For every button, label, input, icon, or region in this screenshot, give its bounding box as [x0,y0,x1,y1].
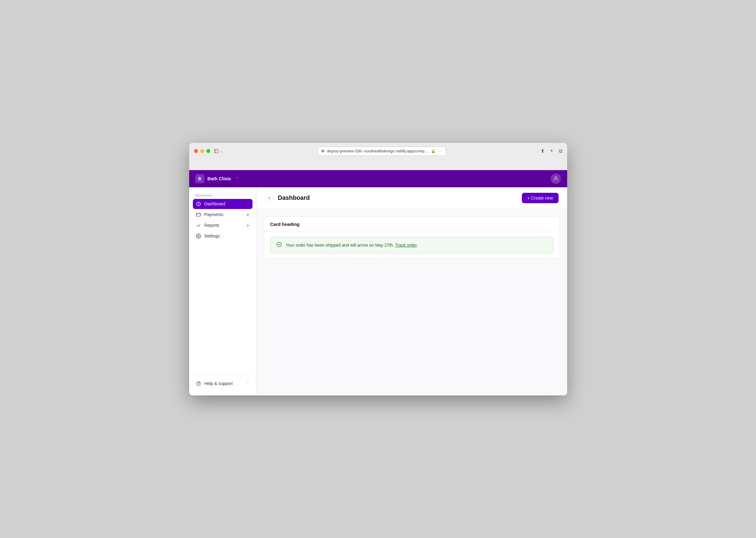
svg-point-2 [555,177,557,179]
main-header-left: Dashboard [265,194,310,202]
banner-text-before: Your order has been shipped and will arr… [286,243,395,247]
user-avatar-btn[interactable] [551,174,561,184]
collapse-sidebar-btn[interactable] [265,194,274,202]
payments-chevron-icon: ▶ [247,213,249,217]
main-content: Dashboard + Create new Card heading [256,187,567,396]
new-tab-icon[interactable]: + [550,148,553,154]
sidebar-item-payments[interactable]: Payments ▶ [193,210,252,220]
browser-tab-bar [194,159,562,170]
sidebar-item-help[interactable]: Help & support ⌃ [193,379,252,389]
app-body: Workspace Dashboard [189,187,567,396]
fullscreen-traffic-light[interactable] [206,149,210,153]
traffic-lights [194,149,210,153]
main-header: Dashboard + Create new [256,187,567,209]
site-favicon: N [321,149,324,153]
sidebar-item-reports[interactable]: Reports ▶ [193,220,252,231]
card-body: Your order has been shipped and will arr… [264,232,560,259]
app: B Bath Clinic ⌃ Workspace [189,170,567,396]
app-header-right [551,174,561,184]
app-header: B Bath Clinic ⌃ [189,170,567,187]
track-order-link[interactable]: Track order [395,243,416,247]
sidebar-toggle-btn[interactable]: ⌄ [214,149,223,154]
card-heading: Card heading [264,217,560,232]
browser-right-controls: ⬆ + ⧉ [541,148,562,154]
more-browser-btn[interactable]: ··· [438,148,442,154]
create-new-label: + Create new [527,195,553,200]
reports-chevron-icon: ▶ [247,223,249,227]
payments-icon [196,212,201,217]
svg-point-8 [198,384,199,385]
sidebar-reports-label: Reports [204,223,244,228]
svg-rect-4 [196,213,200,216]
chevron-left-icon [267,196,271,200]
browser-window: ⌄ N deploy-preview-336--nordhealthdesign… [189,143,567,396]
sidebar-settings-label: Settings [204,234,249,239]
sidebar-item-settings[interactable]: Settings [193,231,252,241]
minimize-traffic-light[interactable] [200,149,204,153]
create-new-button[interactable]: + Create new [522,193,559,203]
help-icon [196,381,201,386]
sidebar-dashboard-label: Dashboard [204,201,249,206]
lock-icon: 🔒 [431,149,436,153]
sidebar-item-dashboard[interactable]: Dashboard [193,199,252,209]
browser-chrome: ⌄ N deploy-preview-336--nordhealthdesign… [189,143,567,170]
url-text: deploy-preview-336--nordhealthdesign.net… [327,149,428,153]
main-body: Card heading Your order [256,209,567,396]
success-check-icon [276,242,282,249]
card: Card heading Your order [264,216,560,259]
windows-icon[interactable]: ⧉ [559,148,562,154]
dashboard-icon [196,201,201,207]
user-icon [553,176,559,182]
sidebar-bottom: Help & support ⌃ [193,375,252,389]
page-title: Dashboard [278,194,310,201]
success-banner: Your order has been shipped and will arr… [270,237,553,254]
sidebar-payments-label: Payments [204,212,244,217]
close-traffic-light[interactable] [194,149,198,153]
settings-icon [196,234,201,239]
banner-text: Your order has been shipped and will arr… [286,243,548,247]
address-bar-area: N deploy-preview-336--nordhealthdesign.n… [227,146,537,156]
help-chevron-icon: ⌃ [246,381,249,386]
app-brand[interactable]: B Bath Clinic ⌃ [195,174,239,183]
sidebar: Workspace Dashboard [189,187,256,396]
sidebar-help-label: Help & support [204,381,243,386]
reports-icon [196,223,201,228]
sidebar-section-workspace: Workspace [193,193,252,197]
svg-point-6 [198,235,199,237]
brand-name: Bath Clinic [207,176,231,181]
svg-rect-0 [215,149,218,153]
brand-chevron-icon: ⌃ [236,177,239,181]
brand-logo: B [195,174,204,183]
banner-text-after: . [416,243,418,247]
address-bar[interactable]: N deploy-preview-336--nordhealthdesign.n… [317,146,446,156]
share-icon[interactable]: ⬆ [541,148,545,154]
